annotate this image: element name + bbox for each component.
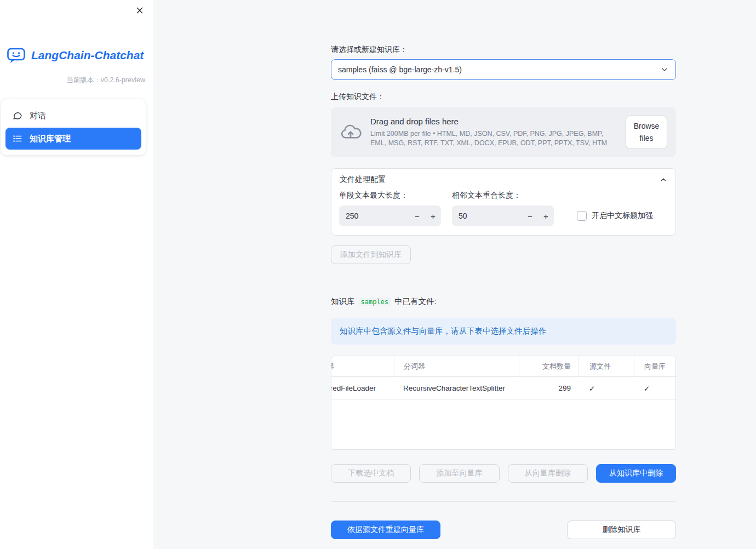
uploader-title: Drag and drop files here [370, 117, 617, 126]
sidebar-item-label: 知识库管理 [30, 134, 71, 144]
chevron-up-icon [660, 176, 667, 184]
close-icon [135, 6, 144, 15]
kb-selectbox[interactable]: samples (faiss @ bge-large-zh-v1.5) [331, 59, 676, 80]
column-header-vector-store[interactable]: 向量库 [634, 356, 675, 376]
list-icon [13, 134, 22, 144]
divider [331, 501, 676, 502]
kb-files-suffix: 中已有文件: [394, 296, 437, 307]
table-header-row: 文档加载器 分词器 文档数量 源文件 向量库 [331, 356, 675, 377]
delete-from-vector-store-button[interactable]: 从向量库删除 [508, 464, 588, 483]
version-text: 当前版本：v0.2.6-preview [0, 76, 153, 85]
file-config-expander: 文件处理配置 单段文本最大长度： 250 − + 相邻文本重合长度： [331, 168, 676, 236]
chunk-size-input[interactable]: 250 − + [339, 205, 441, 226]
delete-kb-button[interactable]: 删除知识库 [567, 521, 676, 539]
kb-files-prefix: 知识库 [331, 296, 355, 307]
overlap-size-group: 相邻文本重合长度： 50 − + [452, 191, 554, 226]
main-content: 请选择或新建知识库： samples (faiss @ bge-large-zh… [153, 0, 756, 549]
expander-title: 文件处理配置 [340, 175, 386, 185]
column-header-doc-count[interactable]: 文档数量 [519, 356, 578, 376]
add-to-vector-store-button[interactable]: 添加至向量库 [419, 464, 499, 483]
file-actions-row: 下载选中文档 添加至向量库 从向量库删除 从知识库中删除 [331, 464, 676, 483]
file-config-expander-header[interactable]: 文件处理配置 [331, 169, 675, 191]
chat-bubble-icon [13, 111, 22, 121]
chunk-size-value[interactable]: 250 [339, 211, 409, 220]
cloud-upload-icon [340, 124, 362, 141]
overlap-size-input[interactable]: 50 − + [452, 205, 554, 226]
langchain-chatchat-logo-icon [7, 47, 26, 64]
chunk-size-group: 单段文本最大长度： 250 − + [339, 191, 441, 226]
download-selected-docs-button[interactable]: 下载选中文档 [331, 464, 411, 483]
overlap-size-value[interactable]: 50 [452, 211, 522, 220]
kb-name-code: samples [358, 298, 392, 306]
column-header-loader[interactable]: 文档加载器 [331, 356, 394, 376]
cell-loader: UnstructuredFileLoader [331, 377, 394, 399]
sidebar-item-knowledge-base[interactable]: 知识库管理 [5, 128, 141, 150]
chunk-size-decrement-button[interactable]: − [409, 205, 425, 226]
sidebar-close-button[interactable] [133, 4, 146, 17]
cell-source-file-check: ✓ [578, 377, 634, 399]
check-icon: ✓ [589, 384, 595, 393]
overlap-size-decrement-button[interactable]: − [522, 205, 538, 226]
cell-vector-store-check: ✓ [634, 377, 675, 399]
chunk-size-label: 单段文本最大长度： [339, 191, 441, 201]
file-uploader-dropzone[interactable]: Drag and drop files here Limit 200MB per… [331, 107, 676, 157]
zh-title-enhance-checkbox[interactable]: 开启中文标题加强 [577, 211, 653, 221]
kb-files-heading: 知识库 samples 中已有文件: [331, 296, 676, 307]
app-title: LangChain-Chatchat [31, 49, 144, 62]
checkbox-label: 开启中文标题加强 [592, 211, 653, 221]
upload-label: 上传知识文件： [331, 92, 676, 103]
divider [331, 283, 676, 283]
cell-splitter: RecursiveCharacterTextSplitter [394, 377, 519, 399]
table-row[interactable]: UnstructuredFileLoader RecursiveCharacte… [331, 377, 675, 400]
file-config-body: 单段文本最大长度： 250 − + 相邻文本重合长度： 50 − + [331, 191, 675, 235]
kb-files-table[interactable]: 文档加载器 分词器 文档数量 源文件 向量库 UnstructuredFileL… [331, 356, 676, 450]
chunk-size-increment-button[interactable]: + [425, 205, 441, 226]
chevron-down-icon [660, 65, 669, 74]
cell-doc-count: 299 [519, 377, 578, 399]
sidebar-item-dialogue[interactable]: 对话 [5, 105, 141, 127]
app-logo: LangChain-Chatchat [0, 0, 153, 64]
overlap-size-label: 相邻文本重合长度： [452, 191, 554, 201]
check-icon: ✓ [644, 384, 650, 393]
column-header-source-file[interactable]: 源文件 [578, 356, 634, 376]
rebuild-vector-store-button[interactable]: 依据源文件重建向量库 [331, 521, 440, 539]
column-header-splitter[interactable]: 分词器 [394, 356, 519, 376]
sidebar-item-label: 对话 [30, 111, 46, 121]
checkbox-box[interactable] [577, 211, 587, 221]
overlap-size-increment-button[interactable]: + [538, 205, 554, 226]
info-alert: 知识库中包含源文件与向量库，请从下表中选择文件后操作 [331, 318, 676, 345]
delete-from-kb-button[interactable]: 从知识库中删除 [596, 464, 676, 483]
sidebar-nav: 对话 知识库管理 [1, 99, 146, 155]
kb-selected-value: samples (faiss @ bge-large-zh-v1.5) [338, 65, 660, 74]
uploader-limit-text: Limit 200MB per file • HTML, MD, JSON, C… [370, 129, 617, 148]
sidebar: LangChain-Chatchat 当前版本：v0.2.6-preview 对… [0, 0, 153, 549]
kb-select-label: 请选择或新建知识库： [331, 45, 676, 56]
browse-files-button[interactable]: Browse files [626, 116, 667, 149]
add-files-to-kb-button[interactable]: 添加文件到知识库 [331, 245, 411, 264]
uploader-text-block: Drag and drop files here Limit 200MB per… [370, 117, 617, 148]
kb-maintenance-row: 依据源文件重建向量库 删除知识库 [331, 521, 676, 539]
